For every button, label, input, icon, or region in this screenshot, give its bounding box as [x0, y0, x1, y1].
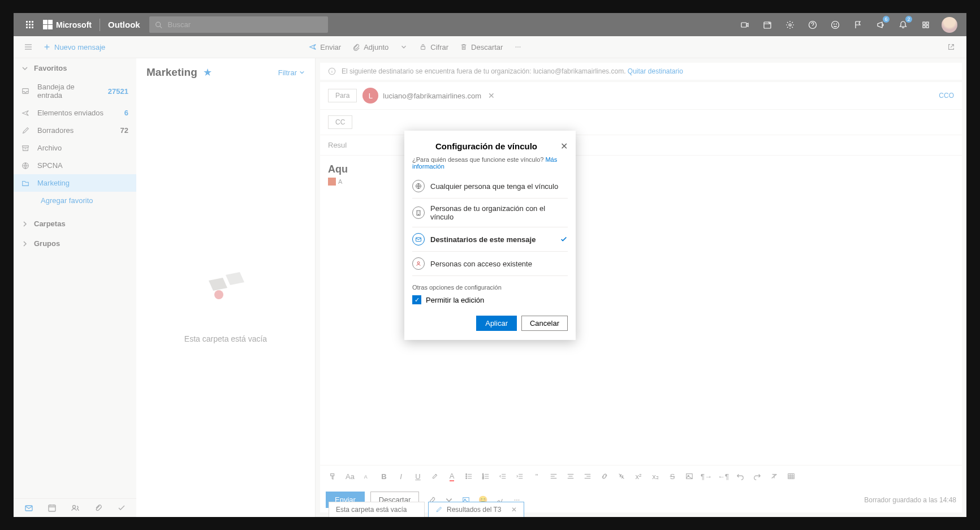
check-icon [560, 235, 568, 243]
option-anyone[interactable]: Cualquier persona que tenga el vínculo [412, 174, 568, 199]
modal-overlay: Configuración de vínculo ✕ ¿Para quién d… [14, 13, 966, 517]
option-organization[interactable]: Personas de tu organización con el víncu… [412, 199, 568, 227]
globe-icon [415, 183, 422, 189]
mail-icon [415, 236, 422, 243]
person-icon [415, 260, 422, 267]
svg-point-73 [417, 262, 420, 264]
option-existing[interactable]: Personas con acceso existente [412, 252, 568, 276]
option-recipients[interactable]: Destinatarios de este mensaje [412, 227, 568, 252]
modal-title: Configuración de vínculo [412, 141, 560, 151]
checkbox-checked-icon: ✓ [412, 295, 421, 304]
link-settings-modal: Configuración de vínculo ✕ ¿Para quién d… [404, 131, 576, 340]
other-options-header: Otras opciones de configuración [412, 284, 568, 291]
building-icon [415, 209, 422, 216]
apply-button[interactable]: Aplicar [476, 316, 517, 331]
cancel-button[interactable]: Cancelar [521, 316, 568, 331]
allow-edit-checkbox[interactable]: ✓ Permitir la edición [412, 295, 568, 304]
modal-subtitle: ¿Para quién deseas que funcione este vín… [412, 156, 568, 170]
close-icon[interactable]: ✕ [560, 141, 568, 152]
